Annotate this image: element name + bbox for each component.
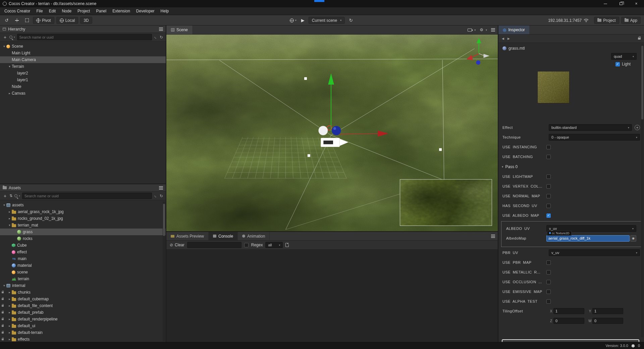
tree-row-effect[interactable]: effect: [0, 249, 166, 255]
log-level-select[interactable]: all ▾: [265, 242, 283, 248]
menu-extension[interactable]: Extension: [109, 9, 133, 13]
menu-cocos-creator[interactable]: Cocos Creator: [1, 9, 33, 13]
scrollbar-thumb[interactable]: [641, 46, 643, 119]
pass0-header[interactable]: ▾ Pass 0: [498, 163, 644, 171]
expand-arrow[interactable]: ▸: [7, 291, 12, 294]
assets-menu-icon[interactable]: [159, 188, 163, 188]
pivot-button[interactable]: Pivot: [33, 17, 54, 24]
checkbox[interactable]: ✓: [546, 213, 551, 218]
expand-arrow[interactable]: ▾: [2, 203, 6, 207]
checkbox[interactable]: [546, 174, 551, 179]
expand-arrow[interactable]: ▾: [2, 45, 6, 48]
refresh-icon[interactable]: ↻: [160, 35, 163, 40]
tree-row-rocks-ground-02-1k-jpg[interactable]: ▸rocks_ground_02_1k_jpg: [0, 215, 166, 222]
tree-row-aerial-grass-rock-1k-jpg[interactable]: ▸aerial_grass_rock_1k_jpg: [0, 208, 166, 215]
search-icon[interactable]: [14, 194, 17, 197]
checkbox[interactable]: [546, 299, 551, 304]
light-checkbox[interactable]: ✓: [615, 62, 620, 66]
view-axis-gizmo[interactable]: [467, 38, 489, 65]
search-filter-arrow[interactable]: ▾: [19, 195, 20, 197]
gizmo-sphere-blue[interactable]: [332, 126, 341, 135]
tree-row-effects[interactable]: ▸effects: [0, 336, 166, 342]
tree-row-scene[interactable]: scene: [0, 269, 166, 276]
checkbox[interactable]: [546, 270, 551, 275]
expand-arrow[interactable]: ▸: [7, 317, 12, 321]
tree-row-default-prefab[interactable]: ▸default_prefab: [0, 309, 166, 316]
sort-icon[interactable]: ⇅: [9, 194, 12, 198]
checkbox[interactable]: [546, 155, 551, 159]
tab-scene[interactable]: Scene: [166, 26, 193, 34]
tree-row-assets[interactable]: ▾assets: [0, 202, 166, 208]
menu-panel[interactable]: Panel: [93, 9, 109, 13]
minimize-button[interactable]: [598, 0, 613, 7]
reset-view-button[interactable]: ↺: [3, 17, 11, 24]
tiling-y-input[interactable]: [592, 308, 623, 314]
expand-arrow[interactable]: ▸: [7, 311, 12, 314]
texture-picker-button[interactable]: ◉: [630, 235, 636, 242]
tree-row-layer1[interactable]: layer1: [0, 77, 166, 83]
tree-row-default-renderpipeline[interactable]: ▸default_renderpipeline: [0, 316, 166, 322]
preview-shape-select[interactable]: quad ▾: [611, 53, 637, 60]
tree-row-main-light[interactable]: Main Light: [0, 50, 166, 56]
tab-animation[interactable]: Animation: [238, 232, 270, 240]
mode-3d-button[interactable]: 3D: [80, 17, 92, 24]
tree-row-cube[interactable]: Cube: [0, 242, 166, 249]
scrollbar-thumb[interactable]: [163, 204, 165, 236]
project-button[interactable]: Project: [594, 17, 619, 24]
expand-arrow[interactable]: ▸: [7, 210, 12, 213]
history-back-button[interactable]: ◀: [502, 37, 504, 40]
expand-arrow[interactable]: ▸: [7, 217, 12, 220]
gizmo-x-cone[interactable]: [378, 131, 388, 137]
clipped-field[interactable]: [502, 339, 639, 342]
scene-select[interactable]: Current scene▾: [309, 17, 345, 24]
checkbox[interactable]: [546, 280, 551, 284]
tree-row-rocks[interactable]: rocks: [0, 235, 166, 242]
local-button[interactable]: Local: [56, 17, 78, 24]
menu-project[interactable]: Project: [74, 9, 93, 13]
tree-row-node[interactable]: Node: [0, 83, 166, 90]
tree-row-internal[interactable]: ▾internal: [0, 282, 166, 289]
refresh-icon[interactable]: ↻: [160, 194, 163, 198]
add-node-button[interactable]: +: [3, 35, 7, 40]
tree-row-main[interactable]: TSmain: [0, 255, 166, 262]
tab-inspector[interactable]: ◎ Inspector: [498, 26, 529, 34]
technique-select[interactable]: 0 - opaque ▾: [549, 134, 640, 141]
tiling-w-input[interactable]: [592, 318, 623, 324]
assets-scrollbar[interactable]: [163, 202, 165, 341]
lock-icon[interactable]: [638, 38, 641, 40]
gizmo-y-cone[interactable]: [328, 73, 334, 85]
tree-row-grass[interactable]: grass: [0, 229, 166, 235]
console-filter-input[interactable]: [187, 242, 241, 248]
menu-file[interactable]: File: [33, 9, 46, 13]
clear-button[interactable]: ⊘ Clear: [170, 243, 184, 247]
scene-settings-select[interactable]: ⚙▾: [480, 28, 487, 32]
selection-handle[interactable]: [308, 154, 310, 157]
selection-handle[interactable]: [304, 77, 307, 80]
expand-arrow[interactable]: ▸: [7, 338, 12, 341]
tree-row-default-ui[interactable]: ▸default_ui: [0, 322, 166, 329]
tree-row-material[interactable]: material: [0, 262, 166, 269]
pbr-uv-select[interactable]: v_uv ▾: [549, 249, 640, 256]
tree-row-default-file-content[interactable]: ▸default_file_content: [0, 302, 166, 309]
move-tool-button[interactable]: [13, 17, 21, 24]
expand-arrow[interactable]: ▾: [7, 223, 12, 227]
camera-view-select[interactable]: ▾: [468, 29, 476, 32]
scene-viewport[interactable]: [166, 35, 498, 231]
inspector-scrollbar[interactable]: [641, 44, 644, 337]
history-forward-button[interactable]: ▶: [507, 37, 510, 40]
expand-arrow[interactable]: ▾: [7, 65, 12, 68]
add-asset-button[interactable]: +: [3, 193, 7, 199]
tree-row-chunks[interactable]: ▸chunks: [0, 289, 166, 296]
tree-row-terrian-mat[interactable]: ▾terrian_mat: [0, 222, 166, 229]
open-log-file-icon[interactable]: [285, 243, 289, 247]
tree-row-main-camera[interactable]: Main Camera: [0, 56, 166, 63]
scene-menu-icon[interactable]: [491, 30, 495, 30]
menu-edit[interactable]: Edit: [46, 9, 59, 13]
app-button[interactable]: App: [621, 17, 641, 24]
tab-assets-preview[interactable]: Assets Preview: [166, 232, 209, 240]
search-filter-arrow[interactable]: ▾: [14, 36, 15, 39]
add-effect-button[interactable]: +: [635, 125, 640, 130]
tree-row-default-terrain[interactable]: ▸default-terrain: [0, 329, 166, 336]
preview-target-button[interactable]: ▾: [289, 17, 297, 24]
search-icon[interactable]: [9, 36, 12, 39]
